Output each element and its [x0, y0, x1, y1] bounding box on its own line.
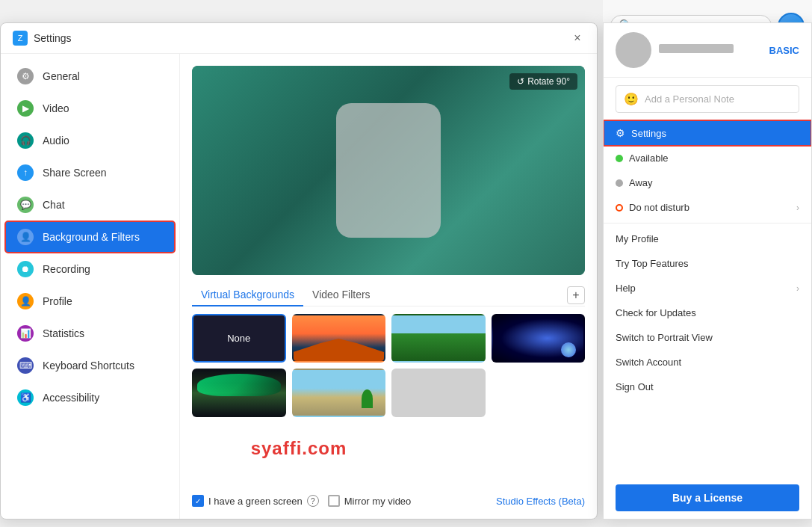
rotate-button[interactable]: ↺ Rotate 90°: [509, 73, 577, 90]
sidebar-item-profile[interactable]: 👤 Profile: [5, 286, 175, 317]
sign-out-label: Sign Out: [616, 381, 654, 392]
bridge-silhouette: [294, 339, 385, 361]
away-label: Away: [629, 177, 653, 188]
help-label: Help: [616, 283, 636, 294]
dnd-chevron-icon: ›: [796, 203, 799, 213]
dropdown-status-available[interactable]: Available: [604, 146, 811, 170]
recording-icon: ⏺: [17, 261, 34, 277]
sidebar-video-label: Video: [43, 102, 69, 114]
person-silhouette: [336, 103, 441, 238]
bottom-controls: ✓ I have a green screen ? Mirror my vide…: [192, 495, 585, 507]
video-icon: ▶: [17, 100, 34, 117]
dropdown-sign-out[interactable]: Sign Out: [604, 375, 811, 399]
thumbnail-blur[interactable]: [391, 369, 486, 417]
main-content: ↺ Rotate 90° Virtual Backgrounds Video F…: [180, 54, 597, 519]
switch-account-label: Switch Account: [616, 357, 681, 368]
share-screen-icon: ↑: [17, 164, 34, 181]
my-profile-label: My Profile: [616, 233, 659, 244]
background-filters-icon: 👤: [17, 229, 34, 245]
settings-titlebar: Z Settings ×: [1, 23, 597, 54]
settings-window: Z Settings × ⚙ General ▶ Video 🎧 Audio: [0, 22, 598, 520]
sidebar-item-recording[interactable]: ⏺ Recording: [5, 253, 175, 285]
thumbnail-grass[interactable]: [391, 314, 486, 363]
accessibility-icon: ♿: [17, 389, 34, 406]
buy-license-button[interactable]: Buy a License: [616, 484, 799, 511]
available-status-dot: [616, 155, 623, 162]
sidebar-item-chat[interactable]: 💬 Chat: [5, 189, 175, 221]
user-avatar: [616, 32, 651, 68]
dropdown-status-dnd[interactable]: Do not disturb ›: [604, 195, 811, 220]
video-preview: ↺ Rotate 90°: [192, 66, 585, 275]
switch-portrait-label: Switch to Portrait View: [616, 332, 713, 343]
sidebar-audio-label: Audio: [43, 135, 69, 147]
sidebar-item-statistics[interactable]: 📊 Statistics: [5, 318, 175, 349]
sidebar-statistics-label: Statistics: [43, 327, 84, 339]
dropdown-switch-portrait[interactable]: Switch to Portrait View: [604, 325, 811, 350]
sidebar-item-accessibility[interactable]: ♿ Accessibility: [5, 382, 175, 413]
away-status-dot: [616, 179, 623, 187]
thumbnail-beach[interactable]: [292, 369, 386, 417]
dropdown-try-top-features[interactable]: Try Top Features: [604, 251, 811, 276]
sidebar-chat-label: Chat: [43, 199, 65, 211]
sidebar-item-background-filters[interactable]: 👤 Background & Filters: [5, 221, 175, 253]
try-top-features-label: Try Top Features: [616, 258, 689, 269]
dnd-status-dot: [616, 204, 623, 212]
sidebar-background-label: Background & Filters: [43, 231, 140, 243]
sidebar-share-label: Share Screen: [43, 167, 107, 179]
settings-title: Settings: [34, 32, 72, 44]
tabs-row: Virtual Backgrounds Video Filters +: [192, 284, 585, 306]
dropdown-settings-item[interactable]: ⚙ Settings: [604, 120, 811, 146]
emoji-button[interactable]: 🙂: [624, 92, 639, 106]
tab-virtual-backgrounds[interactable]: Virtual Backgrounds: [192, 284, 303, 306]
thumbnail-aurora[interactable]: [192, 369, 286, 417]
dropdown-help[interactable]: Help ›: [604, 276, 811, 301]
settings-sidebar: ⚙ General ▶ Video 🎧 Audio ↑ Share Screen…: [1, 54, 180, 519]
user-info: [659, 44, 762, 56]
green-screen-label: I have a green screen: [208, 496, 303, 507]
rotate-label: Rotate 90°: [527, 76, 570, 87]
settings-body: ⚙ General ▶ Video 🎧 Audio ↑ Share Screen…: [1, 54, 597, 519]
thumbnails-grid: None: [192, 314, 585, 417]
dropdown-my-profile[interactable]: My Profile: [604, 226, 811, 251]
thumbnail-space[interactable]: [492, 314, 586, 363]
sidebar-item-keyboard-shortcuts[interactable]: ⌨ Keyboard Shortcuts: [5, 350, 175, 381]
divider-1: [604, 223, 811, 224]
sidebar-profile-label: Profile: [43, 295, 72, 307]
add-background-button[interactable]: +: [567, 286, 585, 304]
dropdown-header: BASIC: [604, 23, 811, 78]
mirror-checkbox[interactable]: [328, 495, 340, 507]
available-label: Available: [629, 152, 669, 164]
audio-icon: 🎧: [17, 132, 34, 149]
dropdown-check-updates[interactable]: Check for Updates: [604, 301, 811, 325]
tab-video-filters[interactable]: Video Filters: [303, 284, 379, 306]
sidebar-item-share-screen[interactable]: ↑ Share Screen: [5, 157, 175, 188]
sidebar-item-video[interactable]: ▶ Video: [5, 93, 175, 124]
settings-app-icon: Z: [13, 31, 28, 46]
sidebar-general-label: General: [43, 70, 80, 82]
sidebar-accessibility-label: Accessibility: [43, 392, 99, 404]
sidebar-keyboard-label: Keyboard Shortcuts: [43, 360, 134, 372]
dropdown-switch-account[interactable]: Switch Account: [604, 350, 811, 375]
sidebar-item-audio[interactable]: 🎧 Audio: [5, 125, 175, 156]
thumbnail-none-label: None: [227, 333, 250, 344]
basic-badge: BASIC: [769, 45, 799, 56]
studio-effects-link[interactable]: Studio Effects (Beta): [496, 496, 585, 507]
dnd-label: Do not disturb: [629, 202, 689, 213]
settings-close-button[interactable]: ×: [570, 31, 585, 46]
thumbnail-none[interactable]: None: [192, 314, 286, 363]
sidebar-recording-label: Recording: [43, 263, 90, 275]
mirror-label: Mirror my video: [344, 496, 412, 507]
user-name-blurred: [659, 44, 734, 53]
settings-zoom-icon: Z: [18, 34, 23, 43]
personal-note-field[interactable]: 🙂 Add a Personal Note: [616, 85, 799, 113]
sidebar-item-general[interactable]: ⚙ General: [5, 61, 175, 92]
note-placeholder: Add a Personal Note: [645, 93, 734, 105]
rotate-icon: ↺: [517, 76, 524, 87]
dropdown-status-away[interactable]: Away: [604, 170, 811, 195]
green-screen-checkbox[interactable]: ✓: [192, 495, 204, 507]
thumbnail-golden-gate[interactable]: [292, 314, 386, 363]
help-chevron-icon: ›: [796, 283, 799, 294]
green-screen-help-icon[interactable]: ?: [307, 495, 319, 507]
mirror-row: Mirror my video: [328, 495, 412, 507]
statistics-icon: 📊: [17, 325, 34, 342]
